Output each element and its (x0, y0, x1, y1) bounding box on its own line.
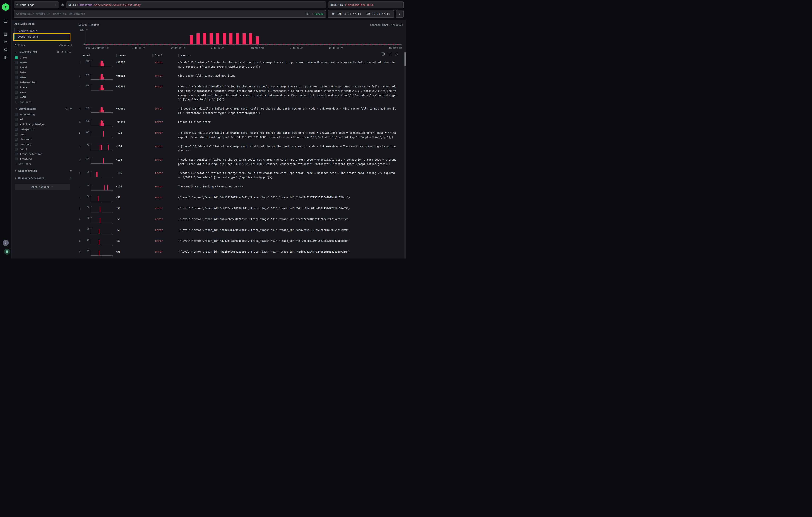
table-row[interactable]: 180 ~174 error ×{"code":13,"details":"fa… (79, 128, 403, 142)
column-header-pattern[interactable]: Pattern (178, 54, 403, 57)
checkbox[interactable] (15, 113, 18, 116)
filter-option-warn[interactable]: warn (14, 90, 72, 95)
checkbox[interactable] (15, 66, 18, 69)
scrollbar-thumb[interactable] (404, 52, 406, 66)
filter-group-ScopeVersion[interactable]: ScopeVersion (14, 169, 72, 172)
view-source-icon[interactable] (381, 52, 385, 56)
table-row[interactable]: 22K ~98523 error {"code":13,"details":"f… (79, 58, 403, 71)
filter-option-info[interactable]: info (14, 70, 72, 75)
column-header-trend[interactable]: Trend (83, 54, 116, 57)
pin-icon[interactable] (69, 170, 72, 172)
checkbox[interactable] (15, 148, 18, 150)
table-row[interactable]: 60 ~58 error {"level":"error","span_id":… (79, 236, 403, 247)
expand-row-icon[interactable] (79, 196, 83, 199)
table-row[interactable]: 22K ~95441 error Failed to place order (79, 118, 403, 128)
expand-row-icon[interactable] (79, 218, 83, 221)
checkbox[interactable] (15, 152, 18, 155)
user-avatar[interactable]: U (4, 249, 10, 255)
filter-option-cart[interactable]: cart (14, 132, 72, 137)
filter-option-currency[interactable]: currency (14, 142, 72, 146)
table-row[interactable]: 60 ~116 error {"code":13,"details":"fail… (79, 169, 403, 182)
checkbox[interactable] (15, 61, 18, 64)
more-filters-button[interactable]: More filters (15, 184, 70, 190)
expand-row-icon[interactable] (79, 159, 83, 161)
checkbox[interactable] (15, 143, 18, 146)
expand-row-icon[interactable] (79, 207, 83, 210)
clear-all-link[interactable]: Clear all (59, 44, 72, 47)
table-row[interactable]: 24K ~98058 error Visa cache full: cannot… (79, 71, 403, 82)
filter-group-ResourceSchemaUrl[interactable]: ResourceSchemaUrl (14, 177, 72, 180)
column-header-count[interactable]: Count (116, 54, 152, 57)
sessions-icon[interactable] (4, 48, 8, 52)
expand-row-icon[interactable] (79, 145, 83, 148)
filter-option-fraud-detection[interactable]: fraud-detection (14, 151, 72, 156)
search-icon[interactable] (65, 108, 68, 110)
filter-option-frontend[interactable]: frontend (14, 156, 72, 161)
order-by-input[interactable]: ORDER BY TimestampTime DESC (328, 2, 404, 8)
checkbox[interactable] (15, 138, 18, 141)
checkbox[interactable] (15, 133, 18, 136)
filter-option-artillery-loadgen[interactable]: artillery-loadgen (14, 122, 72, 127)
mode-sql[interactable]: SQL (306, 12, 310, 16)
table-row[interactable]: 60 ~58 error {"level":"error","span_id":… (79, 226, 403, 236)
table-row[interactable]: 22K ~97360 error {"error":{"code":13,"de… (79, 82, 403, 104)
scrollbar-track[interactable] (404, 52, 406, 258)
checkbox[interactable] (15, 86, 18, 89)
filter-option-accounting[interactable]: accounting (14, 112, 72, 117)
dashboards-icon[interactable] (4, 55, 8, 60)
run-query-button[interactable] (396, 10, 404, 18)
column-drag-handle-icon[interactable] (116, 54, 117, 57)
hyperdx-logo-icon[interactable] (2, 3, 9, 11)
table-row[interactable]: 60 ~58 error {"level":"error","span_id":… (79, 204, 403, 215)
expand-row-icon[interactable] (79, 172, 83, 174)
checkbox[interactable] (15, 157, 18, 161)
date-range-picker[interactable]: Sep 11 15:47:14 - Sep 12 15:47:14 (328, 10, 394, 18)
filter-option-INFO[interactable]: INFO (14, 75, 72, 80)
filter-option-Information[interactable]: Information (14, 80, 72, 85)
sidebar-toggle-icon[interactable] (4, 19, 8, 23)
table-row[interactable]: 60 ~58 error {"level":"error","span_id":… (79, 247, 403, 258)
table-row[interactable]: 60 ~174 error ×{"code":13,"details":"fai… (79, 142, 403, 155)
select-clause-input[interactable]: SELECT Timestamp, ServiceName, SeverityT… (66, 2, 326, 8)
filter-option-error[interactable]: error (14, 55, 72, 60)
table-row[interactable]: 120 ~116 error {"code":13,"details":"fai… (79, 155, 403, 169)
checkbox[interactable] (15, 81, 18, 84)
column-drag-handle-icon[interactable] (178, 54, 179, 57)
search-logs-icon[interactable] (4, 32, 8, 36)
table-row[interactable]: 60 ~58 error {"level":"error","span_id":… (79, 215, 403, 226)
mode-lucene[interactable]: Lucene (315, 12, 323, 16)
tab-results-table[interactable]: Results Table (14, 28, 72, 34)
filter-option-WARN[interactable]: WARN (14, 95, 72, 99)
source-select[interactable]: Demo Logs (14, 2, 59, 8)
expand-row-icon[interactable] (79, 185, 83, 188)
column-drag-handle-icon[interactable] (152, 54, 153, 57)
chevron-down-icon[interactable] (14, 51, 17, 54)
expand-row-icon[interactable] (79, 121, 83, 123)
expand-row-icon[interactable] (79, 251, 83, 253)
column-header-level[interactable]: level (152, 54, 178, 57)
chart-explorer-icon[interactable] (4, 40, 8, 44)
filter-option-ad[interactable]: ad (14, 117, 72, 122)
help-button[interactable]: ? (3, 240, 9, 246)
checkbox[interactable] (15, 96, 18, 99)
checkbox[interactable] (15, 91, 18, 94)
wrap-text-icon[interactable] (388, 52, 392, 56)
severity-load-more[interactable]: Load more (14, 100, 72, 104)
expand-row-icon[interactable] (79, 132, 83, 134)
checkbox[interactable] (15, 56, 18, 59)
checkbox[interactable] (15, 76, 18, 79)
expand-row-icon[interactable] (79, 85, 83, 88)
filter-option-fatal[interactable]: fatal (14, 65, 72, 70)
pin-icon[interactable] (61, 51, 64, 54)
tab-event-patterns[interactable]: Event Patterns (14, 34, 72, 39)
filter-option-checkout[interactable]: checkout (14, 137, 72, 142)
search-icon[interactable] (57, 51, 59, 54)
expand-row-icon[interactable] (79, 240, 83, 242)
table-row[interactable]: 60 ~58 error {"level":"error","span_id":… (79, 193, 403, 204)
filter-option-trace[interactable]: trace (14, 85, 72, 90)
filter-option-cainjector[interactable]: cainjector (14, 127, 72, 132)
expand-row-icon[interactable] (79, 229, 83, 231)
expand-row-icon[interactable] (79, 75, 83, 77)
pin-icon[interactable] (69, 108, 72, 110)
checkbox[interactable] (15, 128, 18, 131)
